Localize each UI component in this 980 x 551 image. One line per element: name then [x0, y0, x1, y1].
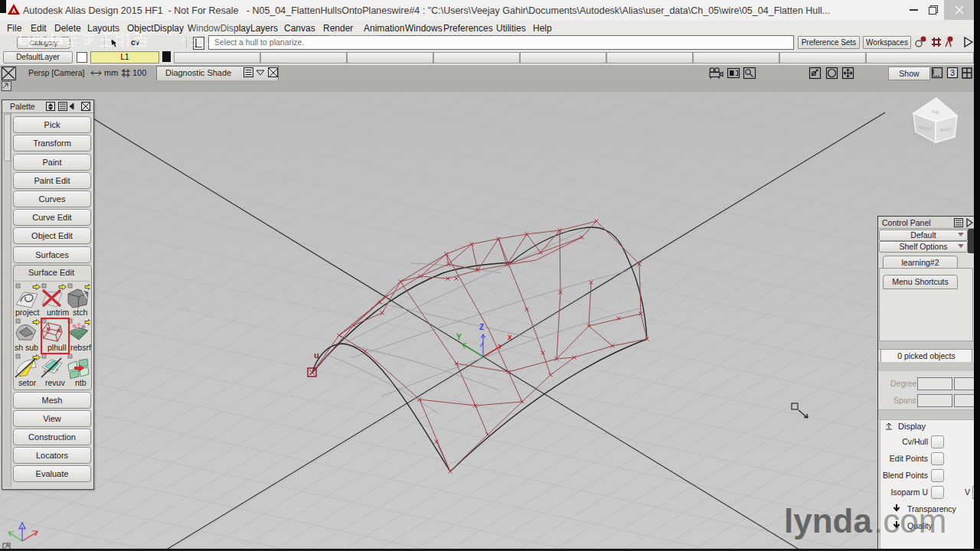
svg-text:Z: Z — [479, 323, 484, 331]
svg-text:Lynda: Lynda — [18, 31, 64, 47]
svg-text:.com: .com — [874, 502, 946, 540]
svg-text:lynda: lynda — [784, 502, 872, 540]
svg-text:3: 3 — [950, 68, 955, 77]
svg-text:x: x — [508, 333, 512, 341]
svg-text:Y: Y — [456, 333, 462, 341]
svg-text:u: u — [314, 350, 319, 360]
